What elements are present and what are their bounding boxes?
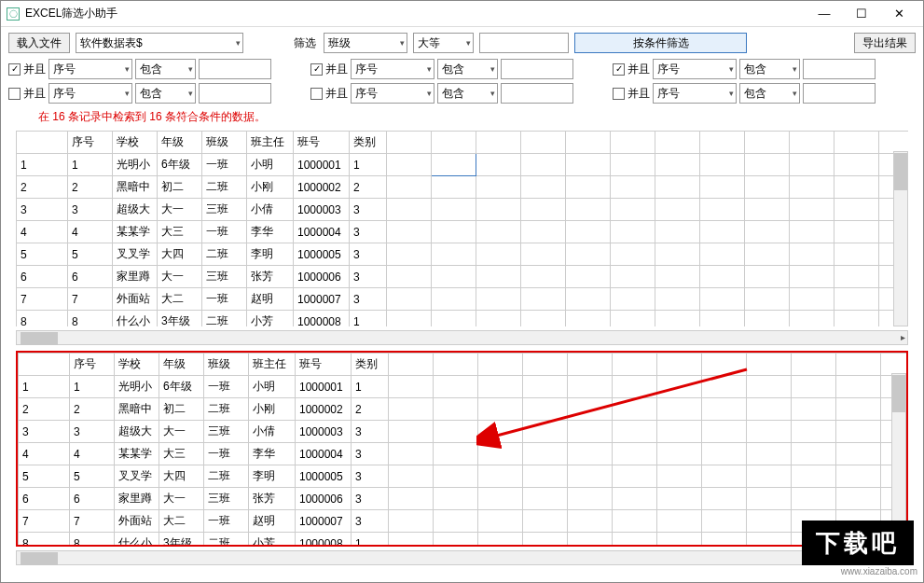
column-header[interactable]: 序号	[70, 354, 115, 376]
load-file-button[interactable]: 载入文件	[8, 33, 70, 53]
table-row[interactable]: 44某某学大三一班李华10000043	[19, 443, 909, 465]
table-row[interactable]: 22黑暗中初二二班小刚10000022	[19, 398, 909, 421]
field-combo-2b[interactable]: 序号▾	[351, 83, 434, 104]
download-banner: 下载吧	[802, 521, 914, 565]
op-combo-2b[interactable]: 包含▾	[437, 83, 498, 104]
condition-row-2: 并且 序号▾ 包含▾ 并且 序号▾ 包含▾ 并且 序号▾ 包含▾	[1, 81, 923, 105]
and-checkbox-2b[interactable]	[310, 88, 323, 100]
field-combo-2a[interactable]: 序号▾	[48, 83, 132, 104]
filter-label: 筛选	[292, 35, 318, 51]
field-combo-1c[interactable]: 序号▾	[653, 59, 737, 79]
close-button[interactable]: ✕	[880, 3, 917, 25]
column-header[interactable]: 类别	[350, 132, 387, 154]
field-combo-1b[interactable]: 序号▾	[351, 59, 434, 79]
export-button[interactable]: 导出结果	[854, 33, 916, 53]
filter-value-input[interactable]	[479, 33, 569, 53]
and-checkbox-1a[interactable]	[8, 63, 21, 76]
and-checkbox-2c[interactable]	[613, 88, 625, 100]
value-input-2b[interactable]	[501, 83, 573, 104]
value-input-2c[interactable]	[803, 83, 876, 104]
table-row[interactable]: 55叉叉学大四二班李明10000053	[17, 243, 909, 266]
window-title: EXCEL筛选小助手	[25, 6, 806, 21]
compare-op-combo[interactable]: 大等▾	[413, 33, 474, 53]
table-row[interactable]: 44某某学大三一班李华10000043	[17, 221, 909, 243]
column-header[interactable]: 班主任	[249, 354, 296, 376]
value-input-2a[interactable]	[199, 83, 271, 104]
column-header[interactable]: 班级	[202, 132, 247, 154]
column-header[interactable]: 学校	[113, 132, 158, 154]
table-row[interactable]: 33超级大大一三班小倩10000033	[19, 421, 909, 443]
source-grid[interactable]: 序号学校年级班级班主任班号类别11光明小6年级一班小明1000001122黑暗中…	[16, 131, 908, 326]
column-header[interactable]: 班号	[296, 354, 352, 376]
apply-filter-button[interactable]: 按条件筛选	[574, 33, 747, 53]
grid2-hscroll[interactable]: ▸	[16, 550, 908, 565]
op-combo-1c[interactable]: 包含▾	[739, 59, 800, 79]
table-row[interactable]: 33超级大大一三班小倩10000033	[17, 199, 909, 221]
table-row[interactable]: 55叉叉学大四二班李明10000053	[19, 465, 909, 488]
op-combo-1b[interactable]: 包含▾	[437, 59, 498, 79]
minimize-button[interactable]: —	[806, 3, 843, 25]
maximize-button[interactable]: ☐	[843, 3, 880, 25]
column-header[interactable]: 序号	[68, 132, 113, 154]
op-combo-2c[interactable]: 包含▾	[739, 83, 800, 104]
grid1-hscroll[interactable]: ▸	[16, 330, 908, 345]
table-row[interactable]: 77外面站大二一班赵明10000073	[19, 510, 909, 533]
column-header[interactable]: 学校	[115, 354, 159, 376]
datasource-combo[interactable]: 软件数据表$▾	[76, 33, 243, 53]
grid1-vscroll[interactable]	[893, 151, 908, 326]
column-header[interactable]: 年级	[158, 132, 202, 154]
table-row[interactable]: 66家里蹲大一三班张芳10000063	[19, 488, 909, 510]
result-grid[interactable]: 序号学校年级班级班主任班号类别11光明小6年级一班小明1000001122黑暗中…	[16, 351, 908, 547]
table-row[interactable]: 88什么小3年级二班小芳10000081	[17, 311, 909, 327]
column-header[interactable]: 班号	[294, 132, 350, 154]
op-combo-2a[interactable]: 包含▾	[135, 83, 196, 104]
value-input-1c[interactable]	[803, 59, 876, 79]
table-row[interactable]: 11光明小6年级一班小明10000011	[19, 376, 909, 398]
main-toolbar: 载入文件 软件数据表$▾ 筛选 班级▾ 大等▾ 按条件筛选 导出结果	[1, 27, 923, 57]
app-icon: ◯	[7, 7, 20, 21]
column-header[interactable]: 班级	[204, 354, 249, 376]
column-header[interactable]: 班主任	[247, 132, 294, 154]
and-checkbox-2a[interactable]	[8, 88, 21, 100]
op-combo-1a[interactable]: 包含▾	[135, 59, 196, 79]
table-row[interactable]: 88什么小3年级二班小芳10000081	[19, 533, 909, 548]
column-header[interactable]: 类别	[352, 354, 389, 376]
condition-row-1: 并且 序号▾ 包含▾ 并且 序号▾ 包含▾ 并且 序号▾ 包含▾	[1, 57, 923, 81]
watermark: www.xiazaiba.com	[841, 566, 917, 576]
table-row[interactable]: 77外面站大二一班赵明10000073	[17, 288, 909, 311]
titlebar: ◯ EXCEL筛选小助手 — ☐ ✕	[1, 1, 923, 27]
grid2-vscroll[interactable]	[891, 373, 906, 545]
field-combo-1a[interactable]: 序号▾	[48, 59, 132, 79]
filter-field-combo[interactable]: 班级▾	[324, 33, 407, 53]
value-input-1a[interactable]	[199, 59, 271, 79]
and-checkbox-1c[interactable]	[613, 63, 625, 76]
column-header[interactable]: 年级	[159, 354, 204, 376]
table-row[interactable]: 22黑暗中初二二班小刚10000022	[17, 176, 909, 199]
value-input-1b[interactable]	[501, 59, 573, 79]
and-checkbox-1b[interactable]	[310, 63, 323, 76]
table-row[interactable]: 66家里蹲大一三班张芳10000063	[17, 266, 909, 288]
field-combo-2c[interactable]: 序号▾	[653, 83, 737, 104]
table-row[interactable]: 11光明小6年级一班小明10000011	[17, 154, 909, 176]
status-text: 在 16 条记录中检索到 16 条符合条件的数据。	[1, 105, 923, 131]
